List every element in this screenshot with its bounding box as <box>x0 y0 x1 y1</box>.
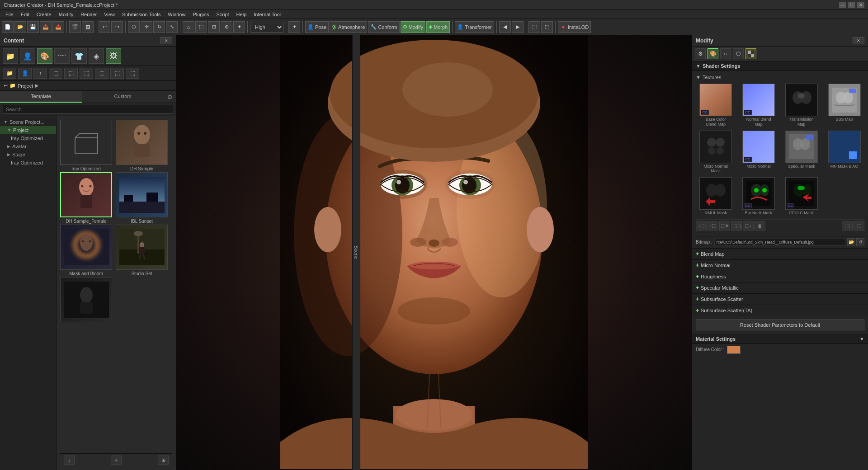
grid-item-dh-female[interactable]: DH Sample_Female <box>60 172 112 224</box>
expand-specular[interactable]: + Specular Metallic <box>692 282 868 293</box>
tex-btn-import[interactable]: ↓⬚ <box>696 221 707 230</box>
tex-item-cfulc[interactable]: CC CFULC Mask <box>782 177 822 216</box>
tree-item-iray2[interactable]: Iray Optimized <box>0 159 56 167</box>
instalod-button[interactable]: 🔺 InstaLOD <box>558 21 591 33</box>
undo-button[interactable]: ↩ <box>99 21 110 33</box>
menu-modify[interactable]: Modify <box>55 11 77 18</box>
grid-item-iray[interactable]: Iray Optimized <box>60 120 112 171</box>
textures-collapse[interactable]: ▼ <box>696 75 701 80</box>
move-button[interactable]: ✛ <box>141 21 152 33</box>
search-input[interactable] <box>3 105 173 114</box>
tex-item-nmul[interactable]: NMUL Mask <box>696 177 736 216</box>
tex-btn-right1[interactable]: ⬚ <box>842 221 853 230</box>
grid-item-mask[interactable]: Mask and Bloom <box>60 225 112 276</box>
more-button[interactable]: ◀ <box>499 21 511 33</box>
tex-item-micro-mask[interactable]: Micro NormalMask <box>696 131 736 174</box>
expand-micro-normal[interactable]: + Micro Normal <box>692 259 868 271</box>
close-button[interactable]: ✕ <box>857 2 864 8</box>
light-button[interactable]: ✦ <box>288 21 300 33</box>
icon-sm-9[interactable]: ⬚ <box>126 68 139 79</box>
tex-btn-right2[interactable]: ⬚ <box>854 221 864 230</box>
tex-item-ear-neck[interactable]: CC Ear Neck Mask <box>739 177 779 216</box>
icon-sm-8[interactable]: ⬚ <box>110 68 124 79</box>
tex-item-base-color[interactable]: CC Base ColorBlend Map <box>696 84 736 127</box>
tex-item-mn-ao[interactable]: MN Mask & AO <box>824 131 864 174</box>
menu-plugins[interactable]: Plugins <box>189 11 212 18</box>
export-button[interactable]: 📤 <box>52 21 64 33</box>
view-frame-button[interactable]: ⬚ <box>195 21 207 33</box>
rotate-button[interactable]: ↻ <box>153 21 165 33</box>
nav-button[interactable]: ⬚ <box>528 21 540 33</box>
view-grid-button[interactable]: ⊞ <box>208 21 220 33</box>
icon-sm-3[interactable]: ↑ <box>33 68 47 79</box>
mod-icon-checkers[interactable] <box>745 48 756 59</box>
mod-icon-settings[interactable]: ⚙ <box>695 48 706 59</box>
content-close-button[interactable]: ✕ <box>160 37 172 44</box>
tab-custom[interactable]: Custom <box>82 91 164 103</box>
new-button[interactable]: 📄 <box>2 21 14 33</box>
tab-options-button[interactable]: ⊙ <box>164 91 176 103</box>
icon-sm-2[interactable]: 👤 <box>18 68 32 79</box>
icon-avatar[interactable]: 👤 <box>20 48 35 64</box>
shader-collapse-arrow[interactable]: ▼ <box>696 63 701 69</box>
icon-cloth[interactable]: 👕 <box>71 48 87 64</box>
tex-item-normal[interactable]: CC Normal BlendMap <box>739 84 779 127</box>
icon-sm-7[interactable]: ⬚ <box>95 68 108 79</box>
tab-template[interactable]: Template <box>0 91 82 103</box>
icon-sm-4[interactable]: ⬚ <box>49 68 62 79</box>
view-home-button[interactable]: ⌂ <box>183 21 194 33</box>
icon-render[interactable]: 🖼 <box>106 48 121 64</box>
redo-button[interactable]: ↪ <box>111 21 123 33</box>
menu-submission[interactable]: Submission Tools <box>118 11 164 18</box>
transformer-button[interactable]: 👤 Transformer <box>455 21 494 33</box>
tex-btn-remove[interactable]: 🗑 <box>755 221 765 230</box>
import-button[interactable]: 📥 <box>40 21 52 33</box>
render-settings-button[interactable]: 🖼 <box>82 21 94 33</box>
icon-material[interactable]: 🎨 <box>37 48 52 64</box>
reset-shader-button[interactable]: Reset Shader Parameters to Default <box>696 320 864 330</box>
icon-sm-5[interactable]: ⬚ <box>64 68 78 79</box>
tex-btn-export[interactable]: ↑⬚ <box>708 221 718 230</box>
menu-help[interactable]: Help <box>233 11 250 18</box>
select-button[interactable]: ⬡ <box>128 21 140 33</box>
minimize-button[interactable]: ─ <box>839 2 846 8</box>
menu-view[interactable]: View <box>100 11 118 18</box>
bitmap-browse-button[interactable]: 📂 <box>847 238 855 246</box>
expand-roughness[interactable]: + Roughness <box>692 271 868 282</box>
back-arrow[interactable]: ↩ <box>4 83 8 89</box>
open-button[interactable]: 📂 <box>14 21 26 33</box>
tree-item-stage[interactable]: ▶ Stage <box>0 150 56 159</box>
menu-edit[interactable]: Edit <box>17 11 33 18</box>
modify-button[interactable]: ⚙ Modify <box>401 21 425 33</box>
icon-sm-6[interactable]: ⬚ <box>80 68 93 79</box>
expand-sss[interactable]: + Subsurface Scatter <box>692 293 868 305</box>
mat-collapse-arrow[interactable]: ▼ <box>859 336 864 342</box>
grid-item-dark[interactable] <box>60 277 112 324</box>
grid-item-ibl[interactable]: IBL Sunset <box>116 172 168 224</box>
tree-item-iray1[interactable]: Iray Optimized <box>0 134 56 142</box>
grid-btn-down[interactable]: ↓ <box>64 456 75 465</box>
tex-item-specular[interactable]: Specular Mask <box>782 131 822 174</box>
modify-close-button[interactable]: ✕ <box>853 37 864 44</box>
morph-button[interactable]: ◈ Morph <box>426 21 450 33</box>
tree-item-scene-project[interactable]: ▼ Scene Project... <box>0 118 56 126</box>
tex-item-sss[interactable]: SSS Map <box>824 84 864 127</box>
menu-script[interactable]: Script <box>212 11 232 18</box>
grid-btn-add[interactable]: + <box>111 456 122 465</box>
tex-btn-paste[interactable]: ⬚↓ <box>743 221 754 230</box>
mod-icon-transform[interactable]: ↔ <box>720 48 731 59</box>
view-camera-button[interactable]: ⊕ <box>221 21 232 33</box>
mod-icon-iray[interactable]: ⬡ <box>733 48 744 59</box>
atmosphere-button[interactable]: 🌫 Atmosphere <box>330 21 367 33</box>
expand-blend-map[interactable]: + Blend Map <box>692 248 868 259</box>
expand-sss-ta[interactable]: + Subsurface Scatter(TA) <box>692 305 868 316</box>
nav2-button[interactable]: ⬚ <box>541 21 553 33</box>
bitmap-reload-button[interactable]: ↺ <box>856 238 864 246</box>
tex-btn-delete[interactable]: ⬚✕ <box>719 221 730 230</box>
icon-morph[interactable]: ◈ <box>89 48 104 64</box>
viewport[interactable]: Scene <box>176 35 692 470</box>
diffuse-color-swatch[interactable] <box>727 346 741 354</box>
scale-button[interactable]: ⤡ <box>166 21 178 33</box>
menu-internal[interactable]: Internal Tool <box>250 11 284 18</box>
view-light-button[interactable]: ✦ <box>233 21 245 33</box>
